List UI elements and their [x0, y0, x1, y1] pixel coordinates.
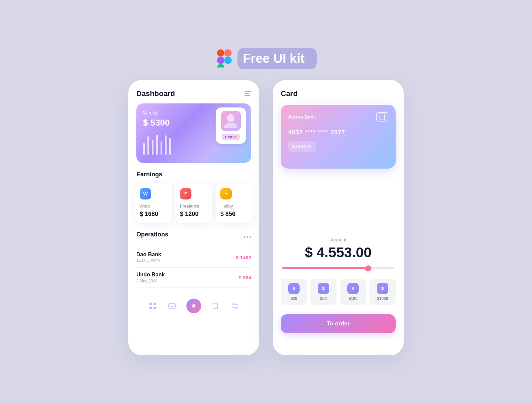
hobby-icon: H	[220, 188, 232, 199]
hobby-value: $ 856	[220, 211, 248, 218]
phone-card: Card Avrora Bank 4032 **** **** 3577 Bru…	[273, 80, 404, 355]
slider-fill	[282, 267, 366, 269]
amount-label: Amount	[281, 237, 396, 242]
more-options-icon[interactable]	[243, 236, 251, 238]
nav-grid-icon[interactable]	[148, 301, 158, 311]
bars-container	[143, 135, 171, 155]
operations-header: Operations	[136, 231, 251, 243]
amount-label-50: $50	[320, 296, 327, 301]
svg-point-14	[193, 305, 194, 307]
header: Free UI kit	[215, 48, 317, 69]
card-holder-bg: Bruno A.	[288, 141, 316, 152]
undo-bank-date: 2 May 2020	[136, 279, 165, 283]
amount-slider-container	[281, 267, 396, 269]
menu-icon[interactable]	[245, 91, 251, 96]
svg-rect-9	[153, 303, 156, 305]
slider-thumb[interactable]	[365, 265, 371, 271]
bar-3	[152, 140, 153, 155]
amount-buttons: $ $20 $ $50 $ $100 $ $1000	[281, 279, 396, 305]
bank-name-row: Avrora Bank	[288, 112, 388, 122]
dollar-icon-100: $	[347, 283, 359, 294]
dollar-icon-1000: $	[377, 283, 388, 294]
bar-6	[165, 135, 167, 155]
weekly-card: Weekly $ 5300	[136, 103, 251, 163]
phones-container: Dashboard Weekly $ 5300	[128, 80, 404, 355]
svg-point-5	[224, 57, 232, 64]
svg-rect-0	[217, 49, 225, 57]
nav-home-icon[interactable]	[186, 299, 201, 313]
svg-rect-1	[224, 49, 232, 57]
earning-card-hobby: H Hobby $ 856	[216, 183, 253, 223]
freelance-value: $ 1200	[180, 211, 208, 218]
profile-button[interactable]: Profile	[222, 134, 240, 140]
amount-value: $ 4.553.00	[281, 244, 396, 261]
bank-card-shadow	[285, 165, 391, 229]
bar-7	[169, 138, 171, 155]
amount-btn-20[interactable]: $ $20	[281, 279, 307, 305]
nav-sliders-icon[interactable]	[230, 301, 239, 311]
amount-btn-100[interactable]: $ $100	[340, 279, 366, 305]
card-holder-name: Bruno A.	[292, 144, 312, 149]
operations-title: Operations	[136, 231, 168, 238]
amount-label-20: $20	[291, 296, 297, 301]
dao-bank-name: Dao Bank	[136, 252, 161, 258]
card-title: Card	[281, 89, 396, 98]
freelance-icon: F	[180, 188, 191, 199]
card-number: 4032 **** **** 3577	[288, 129, 388, 136]
undo-bank-amount: $ 864	[238, 275, 251, 280]
earnings-title: Earnings	[136, 171, 251, 178]
svg-rect-10	[149, 307, 152, 309]
amount-label-1000: $1000	[377, 296, 388, 301]
bottom-nav	[136, 293, 251, 323]
amount-btn-50[interactable]: $ $50	[310, 279, 337, 305]
to-order-button[interactable]: To order	[281, 314, 396, 333]
bank-name: Avrora Bank	[288, 114, 316, 120]
svg-rect-11	[153, 307, 156, 309]
work-label: Work	[140, 204, 167, 209]
svg-rect-8	[149, 303, 152, 305]
nav-mail-icon[interactable]	[167, 301, 177, 311]
bar-2	[147, 136, 149, 155]
hobby-label: Hobby	[220, 204, 248, 209]
card-chip-icon	[376, 112, 388, 122]
undo-bank-name: Undo Bank	[136, 272, 165, 278]
weekly-amount: $ 5300	[143, 118, 171, 128]
header-title: Free UI kit	[237, 48, 317, 69]
svg-point-20	[235, 307, 237, 308]
operation-dao: Dao Bank 14 May 2020 $ 1463	[136, 248, 251, 268]
profile-card: Profile	[216, 107, 246, 144]
amount-section: Amount $ 4.553.00	[281, 237, 396, 261]
amount-label-100: $100	[349, 296, 358, 301]
phone-dashboard: Dashboard Weekly $ 5300	[128, 80, 259, 355]
earning-card-work: W Work $ 1680	[135, 183, 172, 223]
dashboard-header: Dashboard	[136, 89, 251, 98]
bar-1	[143, 143, 145, 155]
dollar-icon-50: $	[318, 283, 329, 294]
freelance-label: Freelance	[180, 204, 208, 209]
svg-rect-16	[213, 303, 217, 308]
work-value: $ 1680	[140, 211, 167, 218]
slider-track[interactable]	[282, 267, 394, 269]
svg-point-18	[233, 303, 234, 305]
bar-5	[161, 141, 162, 155]
bar-4	[156, 135, 158, 155]
earning-card-freelance: F Freelance $ 1200	[175, 183, 212, 223]
bank-card: Avrora Bank 4032 **** **** 3577 Bruno A.	[281, 105, 396, 169]
dao-bank-date: 14 May 2020	[136, 259, 161, 263]
nav-copy-icon[interactable]	[211, 301, 220, 311]
dao-bank-amount: $ 1463	[236, 255, 251, 260]
dollar-icon-20: $	[288, 283, 300, 294]
operation-undo: Undo Bank 2 May 2020 $ 864	[136, 268, 251, 288]
figma-logo	[215, 49, 233, 68]
dashboard-title: Dashboard	[136, 89, 175, 98]
svg-point-7	[227, 114, 234, 122]
work-icon: W	[140, 188, 151, 199]
svg-rect-4	[217, 64, 225, 68]
svg-rect-2	[217, 57, 225, 64]
weekly-left: Weekly $ 5300	[143, 110, 171, 155]
avatar	[221, 111, 241, 131]
earnings-cards: W Work $ 1680 F Freelance $ 1200 H Hobby…	[135, 183, 253, 223]
amount-btn-1000[interactable]: $ $1000	[369, 279, 396, 305]
svg-rect-12	[169, 304, 175, 308]
weekly-label: Weekly	[143, 110, 171, 116]
